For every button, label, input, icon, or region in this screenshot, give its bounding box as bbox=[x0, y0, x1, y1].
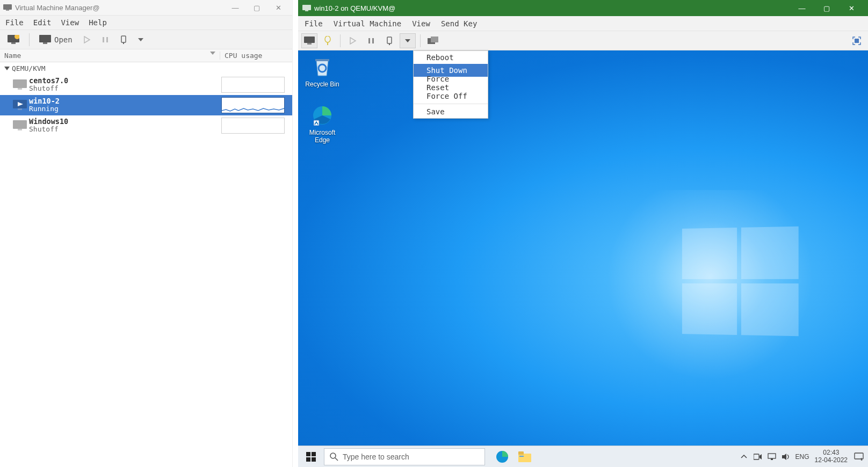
recycle-bin-icon bbox=[311, 56, 334, 78]
guest-desktop[interactable]: Recycle Bin Microsoft Edge bbox=[298, 50, 868, 467]
taskbar-app-explorer[interactable] bbox=[515, 447, 534, 466]
vmc-app-icon bbox=[302, 5, 311, 11]
col-cpu[interactable]: CPU usage bbox=[220, 52, 292, 60]
details-view-button[interactable] bbox=[320, 33, 336, 48]
col-name[interactable]: Name bbox=[4, 52, 21, 60]
vm-state: Shutoff bbox=[29, 85, 221, 93]
new-vm-button[interactable] bbox=[3, 33, 24, 47]
power-dropdown-menu: Reboot Shut Down Force Reset Force Off S… bbox=[413, 50, 488, 119]
svg-rect-50 bbox=[519, 456, 524, 457]
tray-volume-icon[interactable] bbox=[782, 453, 790, 461]
vm-row[interactable]: centos7.0 Shutoff bbox=[0, 75, 292, 95]
svg-rect-51 bbox=[754, 454, 759, 459]
run-button[interactable] bbox=[345, 33, 361, 48]
svg-rect-32 bbox=[389, 43, 390, 45]
power-item-force-reset[interactable]: Force Reset bbox=[414, 77, 488, 90]
menu-file[interactable]: File bbox=[305, 19, 323, 28]
svg-marker-13 bbox=[210, 52, 215, 55]
svg-rect-5 bbox=[39, 35, 51, 42]
menu-view[interactable]: View bbox=[61, 18, 79, 27]
close-button[interactable]: ✕ bbox=[839, 4, 864, 12]
vm-row[interactable]: Windows10 Shutoff bbox=[0, 115, 292, 136]
svg-rect-30 bbox=[372, 38, 374, 43]
tray-notifications-icon[interactable]: 1 bbox=[853, 453, 865, 461]
shutdown-menu-button[interactable] bbox=[134, 36, 148, 43]
sort-icon[interactable] bbox=[210, 52, 215, 60]
svg-rect-40 bbox=[314, 120, 319, 126]
taskbar-search[interactable]: Type here to search bbox=[324, 448, 485, 465]
svg-marker-28 bbox=[350, 38, 356, 44]
vm-name: Windows10 bbox=[29, 118, 221, 126]
vmm-vm-list: QEMU/KVM centos7.0 Shutoff win10-2 Runni… bbox=[0, 62, 292, 467]
snapshots-button[interactable] bbox=[425, 33, 441, 48]
minimize-button[interactable]: — bbox=[225, 4, 246, 12]
pause-button[interactable] bbox=[363, 33, 379, 48]
menu-edit[interactable]: Edit bbox=[33, 18, 52, 27]
monitor-icon bbox=[11, 120, 29, 131]
taskbar-pinned bbox=[493, 447, 534, 466]
svg-rect-54 bbox=[771, 458, 773, 460]
vm-console-window: win10-2 on QEMU/KVM@ — ▢ ✕ File Virtual … bbox=[298, 0, 868, 467]
maximize-button[interactable]: ▢ bbox=[814, 4, 839, 12]
vmc-menubar: File Virtual Machine View Send Key bbox=[298, 16, 868, 31]
vmm-titlebar: Virtual Machine Manager@ — ▢ ✕ bbox=[0, 0, 292, 15]
svg-line-46 bbox=[335, 458, 338, 461]
svg-rect-23 bbox=[305, 10, 308, 11]
desktop-icon-label: Recycle Bin bbox=[301, 81, 343, 88]
svg-rect-31 bbox=[387, 37, 392, 43]
svg-rect-15 bbox=[13, 79, 27, 88]
pause-button[interactable] bbox=[97, 34, 113, 46]
shutdown-button[interactable] bbox=[115, 33, 132, 46]
tray-clock[interactable]: 02:43 12-04-2022 bbox=[815, 449, 848, 463]
svg-rect-41 bbox=[306, 452, 310, 456]
svg-rect-48 bbox=[518, 454, 531, 462]
power-item-force-off[interactable]: Force Off bbox=[414, 90, 488, 103]
search-placeholder: Type here to search bbox=[343, 453, 409, 461]
tray-chevron-icon[interactable] bbox=[740, 453, 748, 461]
tray-meet-now-icon[interactable] bbox=[754, 453, 762, 461]
close-button[interactable]: ✕ bbox=[267, 4, 289, 12]
run-button[interactable] bbox=[79, 34, 95, 46]
cpu-graph bbox=[221, 97, 285, 113]
vm-state: Running bbox=[29, 105, 221, 113]
console-view-button[interactable] bbox=[301, 33, 317, 48]
expand-icon bbox=[4, 67, 10, 71]
connection-label: QEMU/KVM bbox=[12, 64, 46, 72]
power-item-save[interactable]: Save bbox=[414, 105, 488, 118]
svg-rect-43 bbox=[306, 457, 310, 462]
taskbar-app-edge[interactable] bbox=[493, 447, 512, 466]
shutdown-menu-button[interactable] bbox=[400, 33, 416, 48]
menu-virtual-machine[interactable]: Virtual Machine bbox=[334, 19, 401, 28]
system-tray: ENG 02:43 12-04-2022 1 bbox=[740, 449, 868, 463]
vmc-titlebar: win10-2 on QEMU/KVM@ — ▢ ✕ bbox=[298, 0, 868, 16]
menu-send-key[interactable]: Send Key bbox=[441, 19, 477, 28]
vmm-title: Virtual Machine Manager@ bbox=[15, 4, 99, 12]
fullscreen-button[interactable] bbox=[849, 33, 865, 48]
svg-rect-27 bbox=[327, 42, 328, 45]
open-vm-button[interactable]: Open bbox=[35, 33, 77, 47]
vmm-toolbar: Open bbox=[0, 30, 292, 49]
desktop-icon-edge[interactable]: Microsoft Edge bbox=[301, 104, 343, 144]
svg-rect-36 bbox=[855, 39, 859, 43]
tray-time: 02:43 bbox=[815, 449, 848, 456]
power-item-reboot[interactable]: Reboot bbox=[414, 51, 488, 64]
menu-view[interactable]: View bbox=[412, 19, 430, 28]
desktop-icon-recycle-bin[interactable]: Recycle Bin bbox=[301, 56, 343, 88]
svg-rect-44 bbox=[312, 457, 316, 462]
start-button[interactable] bbox=[298, 446, 324, 467]
svg-marker-14 bbox=[4, 67, 10, 70]
svg-marker-12 bbox=[138, 38, 143, 41]
vm-row[interactable]: win10-2 Running bbox=[0, 95, 292, 115]
minimize-button[interactable]: — bbox=[790, 4, 814, 12]
menu-help[interactable]: Help bbox=[89, 18, 107, 27]
svg-marker-55 bbox=[782, 454, 786, 460]
shutdown-button[interactable] bbox=[381, 33, 397, 48]
virt-manager-window: Virtual Machine Manager@ — ▢ ✕ File Edit… bbox=[0, 0, 293, 467]
menu-file[interactable]: File bbox=[5, 18, 24, 27]
svg-rect-25 bbox=[307, 43, 312, 45]
tray-network-icon[interactable] bbox=[768, 453, 776, 461]
connection-group[interactable]: QEMU/KVM bbox=[0, 62, 292, 75]
tray-language[interactable]: ENG bbox=[795, 453, 809, 461]
edge-icon bbox=[311, 104, 334, 127]
maximize-button[interactable]: ▢ bbox=[246, 4, 267, 12]
